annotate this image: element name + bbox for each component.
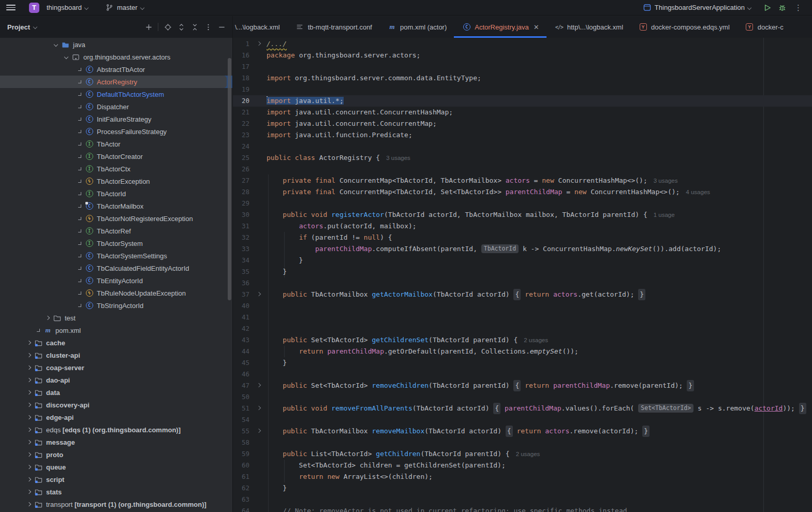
code-editor[interactable]: 1/.../16package org.thingsboard.server.a… <box>233 38 812 512</box>
line-number[interactable]: 60 <box>233 460 249 471</box>
code-line-26[interactable]: 26 <box>233 164 812 175</box>
chevron-right-icon[interactable] <box>25 413 33 421</box>
tree-item-cache[interactable]: cache <box>0 337 232 349</box>
usages-hint[interactable]: 1 usage <box>654 212 675 218</box>
tree-item-processfailurestrategy[interactable]: CProcessFailureStrategy <box>0 125 232 138</box>
line-number[interactable]: 18 <box>233 72 249 84</box>
code-line-34[interactable]: 34 } <box>233 255 812 266</box>
line-number[interactable]: 1 <box>233 38 249 50</box>
code-line-16[interactable]: 16package org.thingsboard.server.actors; <box>233 50 812 61</box>
line-number[interactable]: 61 <box>233 471 249 482</box>
project-tree[interactable]: javaorg.thingsboard.server.actorsCAbstra… <box>0 38 233 512</box>
tree-item-tbactorid[interactable]: ITbActorId <box>0 187 232 200</box>
code-line-41[interactable]: 41 <box>233 312 812 323</box>
line-number[interactable]: 19 <box>233 84 249 95</box>
tree-item-script[interactable]: script <box>0 473 232 486</box>
chevron-down-icon[interactable] <box>62 53 70 61</box>
line-number[interactable]: 23 <box>233 129 249 141</box>
tree-item-message[interactable]: message <box>0 436 232 448</box>
line-number[interactable]: 50 <box>233 391 249 403</box>
code-line-40[interactable]: 40 <box>233 300 812 312</box>
tree-scrollbar[interactable] <box>228 58 231 300</box>
tree-item-initfailurestrategy[interactable]: CInitFailureStrategy <box>0 113 232 125</box>
line-number[interactable]: 43 <box>233 334 249 346</box>
line-number[interactable]: 22 <box>233 118 249 129</box>
tab-docker-compose-edqs-yml[interactable]: Ydocker-compose.edqs.yml <box>630 16 737 38</box>
code-line-63[interactable]: 63 <box>233 494 812 505</box>
chevron-right-icon[interactable] <box>25 351 33 359</box>
code-line-25[interactable]: 25public class ActorRegistry {3 usages <box>233 152 812 164</box>
chevron-right-icon[interactable] <box>25 376 33 384</box>
tree-item-tbactormailbox[interactable]: CTbActorMailbox <box>0 200 232 212</box>
chevron-right-icon[interactable] <box>25 450 33 459</box>
line-number[interactable]: 20 <box>233 95 249 107</box>
usages-hint[interactable]: 2 usages <box>524 337 548 343</box>
line-number[interactable]: 16 <box>233 50 249 61</box>
line-number[interactable]: 55 <box>233 426 249 437</box>
tree-item-edqs[interactable]: edqs [edqs (1) (org.thingsboard.common)] <box>0 423 232 436</box>
code-line-24[interactable]: 24 <box>233 141 812 152</box>
chevron-right-icon[interactable] <box>25 475 33 484</box>
tab--logback-xml[interactable]: \...\logback.xml <box>233 16 287 38</box>
code-line-35[interactable]: 35 } <box>233 266 812 277</box>
chevron-right-icon[interactable] <box>25 438 33 446</box>
tree-item-tbactorcreator[interactable]: ITbActorCreator <box>0 150 232 163</box>
tree-item-tbactorsystemsettings[interactable]: CTbActorSystemSettings <box>0 250 232 262</box>
expand-all-icon[interactable] <box>175 21 187 33</box>
line-number[interactable]: 34 <box>233 255 249 266</box>
code-line-43[interactable]: 43 public Set<TbActorId> getChildrenSet(… <box>233 334 812 346</box>
tree-item-tbactor[interactable]: ITbActor <box>0 138 232 150</box>
tree-item-tbactorsystem[interactable]: ITbActorSystem <box>0 237 232 250</box>
tree-item-java[interactable]: java <box>0 38 232 51</box>
tree-item-dao-api[interactable]: dao-api <box>0 374 232 386</box>
line-number[interactable]: 41 <box>233 312 249 323</box>
chevron-right-icon[interactable] <box>43 314 52 322</box>
code-line-47[interactable]: 47 public Set<TbActorId> removeChildren(… <box>233 380 812 391</box>
line-number[interactable]: 29 <box>233 198 249 209</box>
line-number[interactable]: 54 <box>233 414 249 426</box>
code-line-23[interactable]: 23import java.util.function.Predicate; <box>233 129 812 141</box>
line-number[interactable]: 62 <box>233 482 249 494</box>
line-number[interactable]: 26 <box>233 164 249 175</box>
code-line-17[interactable]: 17 <box>233 61 812 72</box>
tree-item-tbactorctx[interactable]: ITbActorCtx <box>0 163 232 175</box>
project-logo[interactable]: T <box>29 3 39 13</box>
code-line-61[interactable]: 61 return new ArrayList<>(children); <box>233 471 812 482</box>
debug-button[interactable] <box>777 3 787 12</box>
line-number[interactable]: 32 <box>233 232 249 243</box>
chevron-right-icon[interactable] <box>25 388 33 397</box>
code-line-45[interactable]: 45 } <box>233 357 812 369</box>
line-number[interactable]: 17 <box>233 61 249 72</box>
line-number[interactable]: 36 <box>233 277 249 289</box>
tab-actorregistry-java[interactable]: CActorRegistry.java✕ <box>454 16 546 38</box>
line-number[interactable]: 63 <box>233 494 249 505</box>
tree-item-transport[interactable]: transport [transport (1) (org.thingsboar… <box>0 498 232 510</box>
tree-item-tbentityactorid[interactable]: CTbEntityActorId <box>0 274 232 287</box>
line-number[interactable]: 40 <box>233 300 249 312</box>
line-number[interactable]: 28 <box>233 186 249 198</box>
tree-item-tbactorref[interactable]: ITbActorRef <box>0 225 232 237</box>
code-line-54[interactable]: 54 <box>233 414 812 426</box>
tree-item-actorregistry[interactable]: CActorRegistry <box>0 76 232 88</box>
tab-http-logback-xml[interactable]: </>http\...\logback.xml <box>547 16 630 38</box>
code-line-50[interactable]: 50 <box>233 391 812 403</box>
code-line-31[interactable]: 31 actors.put(actorId, mailbox); <box>233 221 812 232</box>
code-line-1[interactable]: 1/.../ <box>233 38 812 50</box>
collapse-all-icon[interactable] <box>189 21 200 33</box>
chevron-right-icon[interactable] <box>25 401 33 409</box>
code-line-37[interactable]: 37 public TbActorMailbox getActorMailbox… <box>233 289 812 300</box>
fold-chevron-icon[interactable] <box>257 292 261 296</box>
code-line-51[interactable]: 51 public void removeFromAllParents(TbAc… <box>233 403 812 414</box>
line-number[interactable]: 27 <box>233 175 249 186</box>
code-line-36[interactable]: 36 <box>233 277 812 289</box>
line-number[interactable]: 31 <box>233 221 249 232</box>
tree-item-discovery-api[interactable]: discovery-api <box>0 399 232 411</box>
tree-item-edge-api[interactable]: edge-api <box>0 411 232 423</box>
tree-item-test[interactable]: test <box>0 312 232 324</box>
line-number[interactable]: 21 <box>233 107 249 118</box>
hamburger-menu-icon[interactable] <box>4 2 18 13</box>
chevron-right-icon[interactable] <box>25 363 33 372</box>
tree-item-abstracttbactor[interactable]: CAbstractTbActor <box>0 63 232 76</box>
line-number[interactable]: 64 <box>233 505 249 512</box>
code-line-58[interactable]: 58 <box>233 437 812 448</box>
